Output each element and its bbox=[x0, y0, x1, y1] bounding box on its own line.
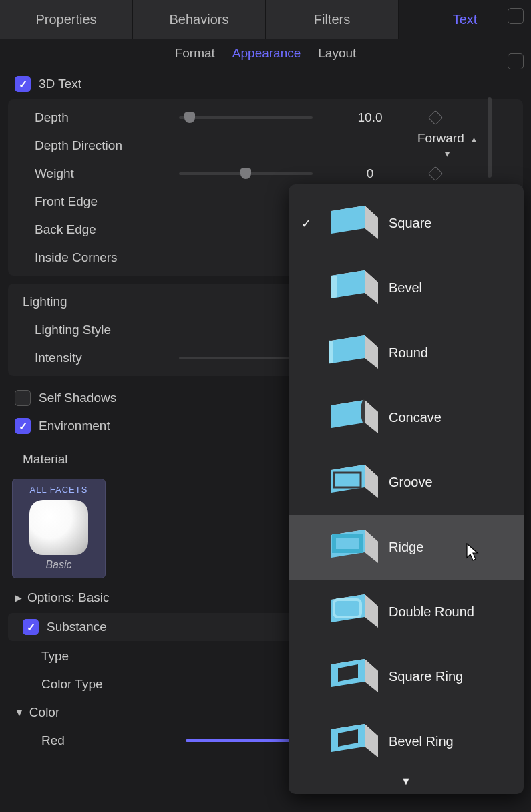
checkbox-environment[interactable] bbox=[15, 418, 31, 434]
label-lighting-style: Lighting Style bbox=[15, 323, 168, 337]
edge-shape-icon bbox=[317, 717, 383, 767]
svg-marker-5 bbox=[331, 276, 337, 298]
edge-option-label: Ridge bbox=[389, 540, 423, 555]
right-checkbox-2[interactable] bbox=[508, 53, 524, 69]
svg-marker-6 bbox=[365, 270, 378, 304]
material-swatch bbox=[29, 500, 88, 555]
edge-option-label: Groove bbox=[389, 475, 433, 490]
edge-shape-icon bbox=[317, 329, 383, 378]
slider-depth[interactable] bbox=[179, 116, 313, 119]
edge-shape-icon bbox=[317, 588, 383, 637]
edge-option-label: Round bbox=[389, 345, 428, 361]
edge-option-square-ring[interactable]: Square Ring bbox=[289, 644, 524, 709]
edge-shape-icon bbox=[317, 264, 383, 313]
subtab-format[interactable]: Format bbox=[175, 46, 215, 61]
edge-style-menu: ✓SquareBevelRoundConcaveGrooveRidgeDoubl… bbox=[289, 184, 524, 794]
row-3d-text: 3D Text bbox=[0, 70, 531, 98]
material-facets[interactable]: ALL FACETS Basic bbox=[12, 479, 106, 578]
checkbox-3d-text[interactable] bbox=[15, 76, 31, 92]
tab-behaviors[interactable]: Behaviors bbox=[133, 0, 266, 39]
subtab-layout[interactable]: Layout bbox=[318, 46, 356, 61]
right-option-boxes bbox=[508, 8, 524, 69]
disclosure-closed-icon: ▶ bbox=[15, 592, 22, 603]
value-depth-direction[interactable]: Forward ▴▾ bbox=[400, 131, 494, 160]
row-depth: Depth 10.0 bbox=[8, 104, 523, 132]
label-front-edge: Front Edge bbox=[15, 194, 168, 209]
svg-marker-24 bbox=[365, 594, 378, 628]
material-name: Basic bbox=[15, 559, 102, 571]
right-checkbox-1[interactable] bbox=[508, 8, 524, 24]
svg-marker-1 bbox=[331, 206, 365, 234]
row-depth-direction: Depth Direction Forward ▴▾ bbox=[8, 132, 523, 160]
label-weight: Weight bbox=[15, 166, 168, 181]
tab-filters[interactable]: Filters bbox=[266, 0, 399, 39]
edge-option-label: Square Ring bbox=[389, 669, 463, 684]
edge-option-ridge[interactable]: Ridge bbox=[289, 515, 524, 580]
label-options-basic: Options: Basic bbox=[27, 590, 110, 605]
menu-more-icon[interactable]: ▼ bbox=[289, 774, 524, 793]
label-color-type: Color Type bbox=[7, 677, 175, 692]
label-self-shadows: Self Shadows bbox=[39, 391, 116, 405]
edge-shape-icon bbox=[317, 523, 383, 572]
label-red: Red bbox=[7, 733, 175, 748]
svg-marker-11 bbox=[331, 400, 365, 428]
row-weight: Weight 0 bbox=[8, 160, 523, 188]
disclosure-open-icon: ▼ bbox=[15, 707, 24, 718]
text-subtabs: Format Appearance Layout bbox=[0, 39, 531, 70]
tab-properties[interactable]: Properties bbox=[0, 0, 133, 39]
value-weight[interactable]: 0 bbox=[323, 166, 417, 181]
edge-shape-icon bbox=[317, 393, 383, 443]
checkbox-self-shadows[interactable] bbox=[15, 390, 31, 406]
edge-shape-icon bbox=[317, 652, 383, 702]
edge-option-square[interactable]: ✓Square bbox=[289, 191, 524, 256]
svg-marker-28 bbox=[365, 659, 378, 692]
edge-option-label: Bevel bbox=[389, 280, 422, 296]
slider-weight[interactable] bbox=[179, 172, 313, 175]
label-type: Type bbox=[7, 649, 175, 664]
svg-marker-20 bbox=[365, 530, 378, 563]
edge-option-label: Bevel Ring bbox=[389, 734, 454, 749]
value-depth[interactable]: 10.0 bbox=[323, 110, 417, 125]
checkbox-substance[interactable] bbox=[23, 619, 39, 635]
edge-option-label: Concave bbox=[389, 410, 441, 425]
keyframe-weight[interactable] bbox=[428, 166, 444, 182]
edge-option-double-round[interactable]: Double Round bbox=[289, 580, 524, 644]
label-inside-corners: Inside Corners bbox=[15, 250, 168, 265]
svg-marker-12 bbox=[365, 400, 378, 433]
label-color: Color bbox=[29, 705, 59, 720]
edge-shape-icon bbox=[317, 199, 383, 248]
edge-option-bevel[interactable]: Bevel bbox=[289, 256, 524, 321]
label-environment: Environment bbox=[39, 419, 110, 433]
svg-marker-9 bbox=[365, 335, 378, 369]
label-substance: Substance bbox=[47, 620, 107, 634]
svg-marker-32 bbox=[365, 724, 378, 757]
edge-option-label: Square bbox=[389, 216, 432, 231]
svg-marker-8 bbox=[331, 335, 365, 363]
scrollbar[interactable] bbox=[488, 97, 492, 178]
label-3d-text: 3D Text bbox=[39, 77, 81, 91]
svg-marker-2 bbox=[365, 206, 378, 239]
keyframe-depth[interactable] bbox=[428, 110, 444, 126]
edge-option-round[interactable]: Round bbox=[289, 321, 524, 385]
label-intensity: Intensity bbox=[15, 351, 168, 365]
inspector-tabs: Properties Behaviors Filters Text bbox=[0, 0, 531, 39]
check-icon: ✓ bbox=[298, 216, 314, 231]
label-depth-direction: Depth Direction bbox=[15, 138, 168, 153]
facets-title: ALL FACETS bbox=[15, 485, 102, 495]
edge-option-label: Double Round bbox=[389, 604, 474, 620]
label-back-edge: Back Edge bbox=[15, 222, 168, 237]
edge-option-bevel-ring[interactable]: Bevel Ring bbox=[289, 709, 524, 774]
subtab-appearance[interactable]: Appearance bbox=[232, 46, 301, 61]
svg-marker-16 bbox=[365, 465, 378, 498]
edge-option-groove[interactable]: Groove bbox=[289, 450, 524, 515]
edge-shape-icon bbox=[317, 458, 383, 508]
label-depth: Depth bbox=[15, 110, 168, 125]
edge-option-concave[interactable]: Concave bbox=[289, 385, 524, 450]
